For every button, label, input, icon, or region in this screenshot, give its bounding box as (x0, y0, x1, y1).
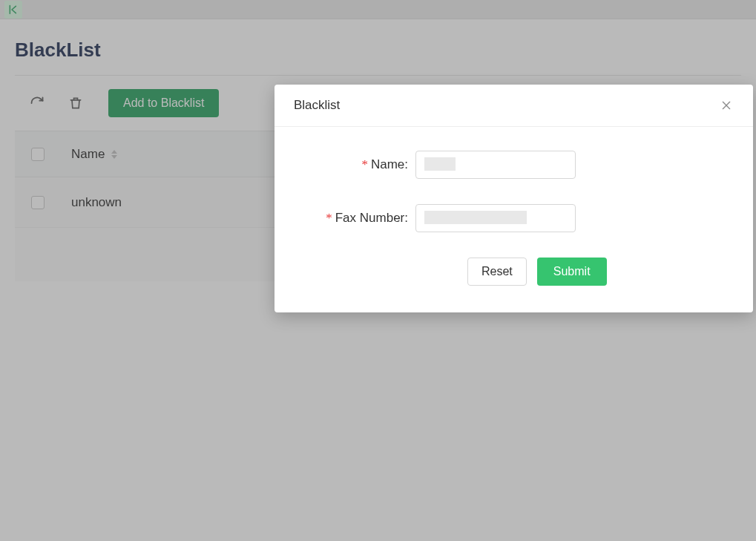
modal-close-button[interactable] (719, 98, 734, 113)
submit-button[interactable]: Submit (537, 258, 607, 286)
modal-body: *Name: *Fax Number: Reset Submit (275, 127, 753, 312)
required-asterisk-icon: * (361, 157, 368, 171)
modal-actions: Reset Submit (467, 258, 723, 286)
redacted-value (424, 211, 527, 224)
form-row-name: *Name: (304, 151, 723, 179)
modal-title: Blacklist (294, 98, 340, 113)
name-label-text: Name (371, 157, 404, 171)
modal-header: Blacklist (275, 85, 753, 127)
redacted-value (424, 157, 456, 171)
form-row-fax: *Fax Number: (304, 204, 723, 232)
required-asterisk-icon: * (326, 211, 332, 225)
blacklist-modal: Blacklist *Name: *Fax Number: (275, 85, 753, 312)
fax-label: *Fax Number: (304, 211, 415, 226)
reset-button[interactable]: Reset (467, 258, 527, 286)
fax-label-text: Fax Number (335, 211, 405, 225)
name-label: *Name: (304, 157, 415, 172)
